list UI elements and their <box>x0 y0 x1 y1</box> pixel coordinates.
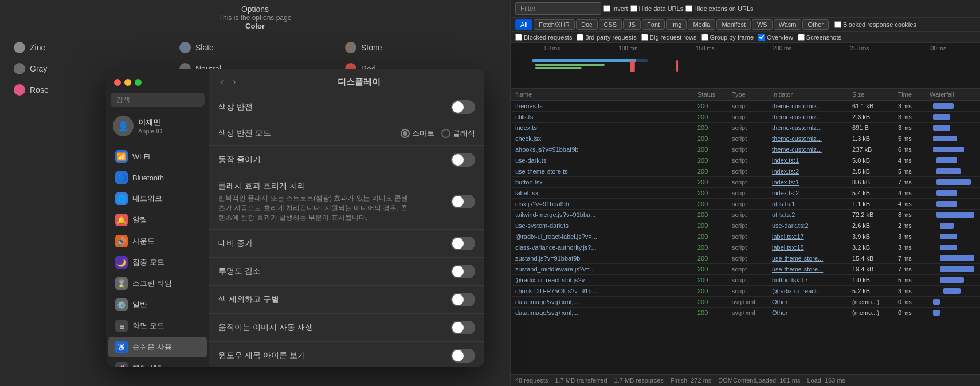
forward-button[interactable]: › <box>230 76 238 88</box>
table-row[interactable]: chunk-DTFR75OI.js?v=91b...200script@radi… <box>511 286 980 297</box>
sidebar-nav-Bluetooth[interactable]: 🔵Bluetooth <box>108 167 207 188</box>
table-row[interactable]: clsx.js?v=91bbaf9b200scriptutils.ts:11.1… <box>511 199 980 210</box>
sidebar-nav-일반[interactable]: ⚙️일반 <box>108 294 207 315</box>
cell-name: label.tsx <box>515 190 697 196</box>
filter-tab-fetch/xhr[interactable]: Fetch/XHR <box>534 19 575 30</box>
sidebar-nav-알림[interactable]: 🔔알림 <box>108 210 207 230</box>
filter-tab-media[interactable]: Media <box>688 19 715 30</box>
devtools-toolbar: Invert Hide data URLs Hide extension URL… <box>511 0 980 18</box>
header-name[interactable]: Name <box>515 91 697 98</box>
filter-tab-ws[interactable]: WS <box>752 19 773 30</box>
minimize-button[interactable] <box>124 79 131 86</box>
table-row[interactable]: use-dark.ts200scriptindex.ts:15.0 kB4 ms <box>511 155 980 166</box>
filter-checkbox-screenshots[interactable]: Screenshots <box>798 34 841 41</box>
filter-tab-img[interactable]: Img <box>666 19 687 30</box>
radio-option-클래식[interactable]: 클래식 <box>441 128 475 139</box>
cell-type: script <box>732 255 772 262</box>
table-row[interactable]: @radix-ui_react-label.js?v=...200scriptl… <box>511 231 980 242</box>
sidebar-nav-Wi-Fi[interactable]: 📶Wi-Fi <box>108 146 207 167</box>
toggle-동작-줄이기[interactable] <box>451 153 475 167</box>
checkbox[interactable] <box>641 34 648 41</box>
blocked-response-checkbox[interactable] <box>834 21 841 28</box>
toggle-윈도우-제목-아이콘-보기[interactable] <box>451 349 475 363</box>
table-row[interactable]: zustand.js?v=91bbaf9b200scriptuse-theme-… <box>511 253 980 264</box>
table-row[interactable]: label.tsx200scriptindex.ts:25.4 kB4 ms <box>511 188 980 199</box>
hide-data-urls-label[interactable]: Hide data URLs <box>630 5 684 12</box>
toggle-플레시-효과-흐리게-처리[interactable] <box>451 195 475 208</box>
table-row[interactable]: @radix-ui_react-slot.js?v=...200scriptbu… <box>511 275 980 286</box>
table-row[interactable]: class-variance-authority.js?...200script… <box>511 242 980 253</box>
close-button[interactable] <box>114 79 121 86</box>
search-input[interactable] <box>111 93 205 107</box>
checkbox[interactable] <box>758 34 765 41</box>
radio-option-스마트[interactable]: 스마트 <box>401 128 434 139</box>
toggle-색상-반전[interactable] <box>451 100 475 114</box>
header-time[interactable]: Time <box>898 91 930 98</box>
color-item-slate[interactable]: Slate <box>173 37 338 58</box>
table-row[interactable]: tailwind-merge.js?v=91bba...200scriptuti… <box>511 210 980 220</box>
table-row[interactable]: utils.ts200scripttheme-customiz...2.3 kB… <box>511 112 980 123</box>
checkbox[interactable] <box>798 34 805 41</box>
sidebar-nav-화면-모드[interactable]: 🖥화면 모드 <box>108 316 207 336</box>
devtools-filter-input[interactable] <box>515 2 601 15</box>
toggle-움직이는-이미지-자동-재생[interactable] <box>451 321 475 334</box>
table-row[interactable]: themes.ts200scripttheme-customiz...61.1 … <box>511 101 980 112</box>
table-row[interactable]: button.tsx200scriptindex.ts:18.6 kB7 ms <box>511 177 980 188</box>
sidebar-nav-네트워크[interactable]: 🌐네트워크 <box>108 188 207 209</box>
filter-tab-doc[interactable]: Doc <box>576 19 598 30</box>
hide-data-urls-checkbox[interactable] <box>630 5 637 12</box>
maximize-button[interactable] <box>135 79 142 86</box>
modal-search[interactable] <box>111 93 205 107</box>
filter-tab-manifest[interactable]: Manifest <box>716 19 751 30</box>
table-row[interactable]: use-system-dark.ts200scriptuse-dark.ts:2… <box>511 220 980 231</box>
nav-icon: 🌙 <box>115 256 128 269</box>
filter-tab-css[interactable]: CSS <box>599 19 622 30</box>
table-row[interactable]: data:image/svg+xml;...200svg+xmlOther(me… <box>511 308 980 318</box>
header-type[interactable]: Type <box>732 91 772 98</box>
filter-checkbox-group-by-frame[interactable]: Group by frame <box>701 34 754 41</box>
checkbox[interactable] <box>515 34 522 41</box>
filter-checkbox-big-request-rows[interactable]: Big request rows <box>641 34 697 41</box>
sidebar-nav-사운드[interactable]: 🔊사운드 <box>108 231 207 251</box>
table-row[interactable]: zustand_middleware.js?v=...200scriptuse-… <box>511 264 980 275</box>
blocked-response-label[interactable]: Blocked response cookies <box>834 19 916 30</box>
invert-checkbox-label[interactable]: Invert <box>603 5 628 12</box>
filter-tab-all[interactable]: All <box>515 19 532 30</box>
sidebar-nav-스크린-타임[interactable]: ⌛스크린 타임 <box>108 273 207 294</box>
back-button[interactable]: ‹ <box>218 76 226 88</box>
filter-tab-font[interactable]: Font <box>642 19 665 30</box>
header-waterfall[interactable]: Waterfall <box>930 91 975 98</box>
filter-checkbox-3rd-party-requests[interactable]: 3rd-party requests <box>577 34 636 41</box>
table-row[interactable]: index.ts200scripttheme-customiz...691 B3… <box>511 123 980 133</box>
header-size[interactable]: Size <box>852 91 898 98</box>
cell-type: script <box>732 179 772 186</box>
table-row[interactable]: check.jsx200scripttheme-customiz...1.3 k… <box>511 133 980 144</box>
color-item-zinc[interactable]: Zinc <box>7 37 172 58</box>
toggle-색-제외하고-구별[interactable] <box>451 293 475 306</box>
checkbox[interactable] <box>701 34 708 41</box>
color-item-stone[interactable]: Stone <box>338 37 503 58</box>
hide-extension-urls-label[interactable]: Hide extension URLs <box>685 5 753 12</box>
user-info: 이재민 Apple ID <box>138 117 162 135</box>
invert-checkbox[interactable] <box>603 5 610 12</box>
sidebar-nav-손쉬운-사용[interactable]: ♿손쉬운 사용 <box>108 337 207 357</box>
nav-label: Wi-Fi <box>132 152 150 161</box>
checkbox[interactable] <box>577 34 583 41</box>
table-row[interactable]: ahooks.js?v=91bbaf9b200scripttheme-custo… <box>511 144 980 155</box>
filter-tab-other[interactable]: Other <box>802 19 829 30</box>
header-initiator[interactable]: Initiator <box>772 91 852 98</box>
cell-name: clsx.js?v=91bbaf9b <box>515 200 697 207</box>
table-row[interactable]: use-theme-store.ts200scriptindex.ts:22.5… <box>511 166 980 177</box>
color-dot <box>14 42 25 53</box>
filter-checkbox-overview[interactable]: Overview <box>758 34 793 41</box>
header-status[interactable]: Status <box>697 91 732 98</box>
filter-tab-wasm[interactable]: Wasm <box>774 19 802 30</box>
hide-extension-urls-checkbox[interactable] <box>685 5 692 12</box>
toggle-투명도-감소[interactable] <box>451 265 475 278</box>
sidebar-nav-제어-센터[interactable]: 🎛제어 센터 <box>108 358 207 367</box>
sidebar-nav-집중-모드[interactable]: 🌙집중 모드 <box>108 252 207 273</box>
table-row[interactable]: data:image/svg+xml;...200svg+xmlOther(me… <box>511 297 980 308</box>
filter-tab-js[interactable]: JS <box>623 19 641 30</box>
filter-checkbox-blocked-requests[interactable]: Blocked requests <box>515 34 572 41</box>
toggle-대비-증가[interactable] <box>451 237 475 250</box>
